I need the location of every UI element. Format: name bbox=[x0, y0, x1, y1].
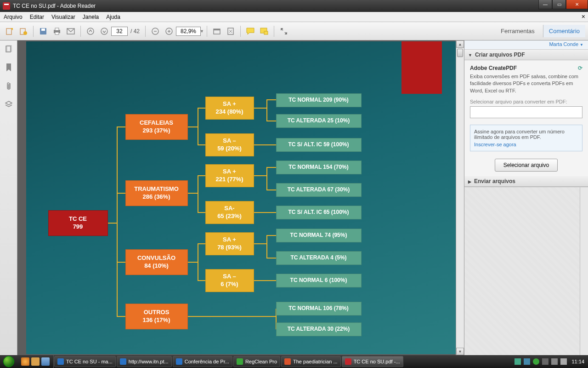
diagram-connectors bbox=[26, 41, 456, 354]
window-titlebar: TC CE no SU.pdf - Adobe Reader — ▭ ✕ bbox=[0, 0, 588, 12]
chrome-icon[interactable] bbox=[21, 357, 29, 366]
svg-rect-20 bbox=[264, 31, 268, 34]
print-icon[interactable] bbox=[51, 25, 63, 37]
tree-node: OUTROS136 (17%) bbox=[125, 304, 188, 329]
sidebar-scrollbar[interactable] bbox=[580, 187, 588, 355]
scroll-down-icon[interactable]: ▼ bbox=[456, 348, 464, 355]
tree-leaf: TC S/ ALT. IC 59 (100%) bbox=[276, 138, 362, 152]
svg-rect-0 bbox=[6, 29, 11, 34]
taskbar-clock[interactable]: 11:14 bbox=[571, 359, 584, 364]
folder-icon[interactable] bbox=[31, 357, 40, 366]
task-item[interactable]: Conferência de Pr... bbox=[173, 356, 232, 367]
tree-node: SA –59 (20%) bbox=[205, 133, 254, 156]
highlight-icon[interactable] bbox=[258, 25, 270, 37]
read-mode-icon[interactable] bbox=[278, 25, 290, 37]
nav-pane bbox=[0, 40, 17, 355]
task-item[interactable]: TC CE no SU - ma... bbox=[54, 356, 116, 367]
tray-icon[interactable] bbox=[533, 358, 539, 365]
maximize-button[interactable]: ▭ bbox=[552, 0, 566, 9]
zoom-input[interactable] bbox=[176, 27, 201, 36]
send-files-section-header[interactable]: ▶Enviar arquivos bbox=[464, 176, 588, 187]
tree-leaf: TC ALTERADA 30 (22%) bbox=[276, 322, 362, 336]
quick-launch bbox=[17, 355, 54, 368]
close-button[interactable]: ✕ bbox=[566, 0, 588, 9]
app-icon bbox=[3, 2, 10, 10]
tree-leaf: TC NORMAL 106 (78%) bbox=[276, 302, 362, 316]
window-title: TC CE no SU.pdf - Adobe Reader bbox=[13, 3, 538, 9]
svg-point-9 bbox=[87, 28, 94, 34]
start-button[interactable] bbox=[0, 355, 17, 368]
menu-editar[interactable]: Editar bbox=[26, 14, 48, 20]
system-tray: 11:14 bbox=[511, 358, 588, 365]
volume-icon[interactable] bbox=[560, 358, 567, 365]
svg-point-2 bbox=[23, 31, 27, 35]
select-file-label: Selecionar arquivo para converter em PDF… bbox=[470, 99, 582, 104]
menu-janela[interactable]: Janela bbox=[79, 14, 102, 20]
minimize-button[interactable]: — bbox=[538, 0, 552, 9]
sidebar-empty-area bbox=[464, 187, 588, 355]
export-pdf-icon[interactable] bbox=[4, 25, 16, 37]
document-viewer[interactable]: TC CE 799 CEFALEIAS293 (37%) TRAUMATISMO… bbox=[17, 40, 464, 355]
tree-leaf: TC S/ ALT. IC 65 (100%) bbox=[276, 206, 362, 219]
attachment-icon[interactable] bbox=[4, 81, 14, 91]
tree-node: SA +78 (93%) bbox=[205, 232, 254, 255]
toolbar: / 42 ▼ Ferramentas Comentário bbox=[0, 22, 588, 40]
tree-node: CEFALEIAS293 (37%) bbox=[125, 114, 188, 140]
layers-icon[interactable] bbox=[4, 99, 14, 109]
svg-rect-17 bbox=[214, 29, 220, 30]
fit-page-icon[interactable] bbox=[225, 25, 237, 37]
tray-icon[interactable] bbox=[524, 358, 530, 365]
page-total-label: / 42 bbox=[130, 28, 140, 34]
task-item[interactable]: TC CE no SU.pdf -... bbox=[342, 356, 403, 367]
page-number-input[interactable] bbox=[111, 27, 128, 36]
comment-icon[interactable] bbox=[244, 25, 256, 37]
svg-rect-7 bbox=[55, 32, 59, 34]
save-icon[interactable] bbox=[37, 25, 49, 37]
tray-icon[interactable] bbox=[514, 358, 521, 365]
task-item[interactable]: The paediatrician ... bbox=[281, 356, 341, 367]
subscribe-link[interactable]: Inscrever-se agora bbox=[474, 142, 578, 147]
svg-rect-4 bbox=[41, 29, 45, 31]
scroll-thumb[interactable] bbox=[457, 49, 463, 57]
svg-rect-6 bbox=[55, 28, 59, 30]
file-path-input[interactable] bbox=[470, 106, 582, 118]
menu-visualizar[interactable]: Visualizar bbox=[48, 14, 79, 20]
menubar-close-icon[interactable]: × bbox=[582, 13, 585, 20]
tray-icon[interactable] bbox=[551, 358, 558, 365]
signed-in-user[interactable]: Marta Conde ▼ bbox=[464, 40, 588, 50]
scroll-up-icon[interactable]: ▲ bbox=[456, 40, 464, 48]
tree-leaf: TC ALTERADA 4 (5%) bbox=[276, 251, 362, 265]
fit-window-icon[interactable] bbox=[211, 25, 223, 37]
taskbar: TC CE no SU - ma... http://www.itn.pt...… bbox=[0, 355, 588, 368]
tools-panel-toggle[interactable]: Ferramentas bbox=[495, 25, 540, 37]
menu-ajuda[interactable]: Ajuda bbox=[102, 14, 124, 20]
refresh-icon[interactable]: ⟳ bbox=[578, 65, 582, 71]
subscription-promo: Assine agora para converter um número il… bbox=[470, 125, 582, 151]
menubar: Arquivo Editar Visualizar Janela Ajuda × bbox=[0, 12, 588, 22]
page-up-icon[interactable] bbox=[85, 25, 96, 37]
comment-panel-toggle[interactable]: Comentário bbox=[543, 25, 585, 37]
create-pdf-description: Exiba conversões em PDF salvas, combine … bbox=[470, 73, 582, 94]
email-icon[interactable] bbox=[65, 25, 77, 37]
tree-leaf: TC ALTERADA 67 (30%) bbox=[276, 183, 362, 197]
thumbnails-icon[interactable] bbox=[4, 44, 14, 54]
tree-leaf: TC NORMAL 154 (70%) bbox=[276, 161, 362, 174]
select-file-button[interactable]: Selecionar arquivo bbox=[495, 159, 558, 172]
svg-point-10 bbox=[101, 28, 107, 34]
vertical-scrollbar[interactable]: ▲ ▼ bbox=[456, 40, 464, 355]
tree-node: SA +221 (77%) bbox=[205, 164, 254, 187]
zoom-out-icon[interactable] bbox=[149, 25, 161, 37]
tray-icon[interactable] bbox=[542, 358, 548, 365]
create-pdf-icon[interactable] bbox=[17, 25, 29, 37]
create-pdf-section-header[interactable]: ▼Criar arquivos PDF bbox=[464, 50, 588, 60]
tree-node: SA –6 (7%) bbox=[205, 269, 254, 292]
menu-arquivo[interactable]: Arquivo bbox=[0, 14, 26, 20]
zoom-in-icon[interactable] bbox=[163, 25, 175, 37]
tree-node: SA-65 (23%) bbox=[205, 201, 254, 224]
media-player-icon[interactable] bbox=[41, 357, 50, 366]
tree-node: CONVULSÃO84 (10%) bbox=[125, 249, 188, 275]
bookmark-icon[interactable] bbox=[4, 63, 14, 73]
page-down-icon[interactable] bbox=[98, 25, 110, 37]
task-item[interactable]: RegClean Pro bbox=[233, 356, 280, 367]
task-item[interactable]: http://www.itn.pt... bbox=[117, 356, 172, 367]
